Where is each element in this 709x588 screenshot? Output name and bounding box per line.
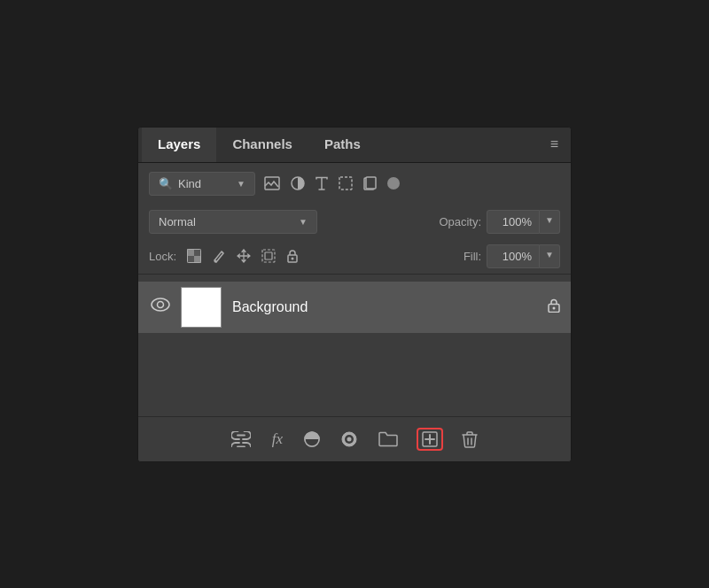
tab-bar: Layers Channels Paths ≡ bbox=[138, 128, 571, 163]
layer-thumbnail bbox=[181, 287, 222, 328]
adjustment-button[interactable] bbox=[339, 429, 360, 450]
layer-lock-icon bbox=[548, 298, 560, 317]
svg-point-21 bbox=[305, 432, 319, 446]
fx-label: fx bbox=[272, 430, 283, 448]
svg-point-14 bbox=[292, 258, 294, 260]
lock-icons bbox=[187, 249, 299, 263]
kind-label: Kind bbox=[178, 177, 201, 190]
lock-all-icon[interactable] bbox=[286, 249, 299, 263]
opacity-input[interactable] bbox=[487, 210, 540, 234]
opacity-label: Opacity: bbox=[439, 215, 481, 228]
search-icon: 🔍 bbox=[159, 177, 173, 190]
fill-label: Fill: bbox=[464, 250, 481, 263]
fill-section: Fill: ▼ bbox=[464, 244, 560, 268]
svg-rect-8 bbox=[194, 256, 201, 263]
svg-rect-5 bbox=[187, 249, 194, 256]
kind-dropdown-arrow: ▼ bbox=[237, 179, 245, 189]
filter-type-icon[interactable] bbox=[316, 176, 328, 190]
svg-point-10 bbox=[214, 260, 217, 263]
svg-point-15 bbox=[152, 298, 169, 311]
lock-transparent-icon[interactable] bbox=[187, 249, 201, 263]
layer-visibility-icon[interactable] bbox=[151, 298, 170, 316]
lock-paint-icon[interactable] bbox=[212, 249, 226, 263]
link-layers-button[interactable] bbox=[229, 429, 253, 450]
filter-adjustment-icon[interactable] bbox=[291, 176, 305, 190]
svg-rect-2 bbox=[339, 177, 352, 190]
opacity-section: Opacity: ▼ bbox=[439, 210, 560, 234]
svg-rect-11 bbox=[262, 250, 275, 262]
new-layer-button[interactable] bbox=[417, 428, 443, 451]
svg-rect-6 bbox=[194, 249, 201, 256]
new-fill-button[interactable] bbox=[301, 429, 323, 450]
filter-shape-icon[interactable] bbox=[339, 176, 353, 190]
layers-panel: Layers Channels Paths ≡ 🔍 Kind ▼ bbox=[137, 127, 572, 462]
panel-menu-icon[interactable]: ≡ bbox=[541, 129, 567, 159]
lock-label: Lock: bbox=[149, 250, 176, 263]
lock-artboard-icon[interactable] bbox=[261, 249, 276, 263]
svg-rect-12 bbox=[265, 252, 272, 259]
filter-circle-icon[interactable] bbox=[387, 177, 400, 190]
filter-row: 🔍 Kind ▼ bbox=[138, 163, 571, 205]
svg-rect-7 bbox=[187, 256, 194, 263]
filter-image-icon[interactable] bbox=[264, 176, 280, 190]
filter-smart-icon[interactable] bbox=[363, 176, 377, 190]
new-group-button[interactable] bbox=[376, 429, 401, 450]
bottom-toolbar: fx bbox=[138, 416, 571, 461]
lock-row: Lock: bbox=[138, 239, 571, 274]
blend-mode-dropdown[interactable]: Normal ▼ bbox=[149, 210, 317, 234]
svg-point-16 bbox=[158, 302, 164, 308]
svg-rect-4 bbox=[366, 177, 376, 189]
svg-point-18 bbox=[553, 306, 556, 309]
blend-row: Normal ▼ Opacity: ▼ bbox=[138, 205, 571, 239]
blend-mode-label: Normal bbox=[159, 215, 196, 228]
fx-button[interactable]: fx bbox=[269, 428, 285, 451]
tab-channels[interactable]: Channels bbox=[216, 128, 308, 162]
tab-paths[interactable]: Paths bbox=[308, 128, 377, 162]
delete-layer-button[interactable] bbox=[459, 428, 480, 451]
lock-move-icon[interactable] bbox=[237, 249, 251, 263]
layer-row[interactable]: Background bbox=[138, 282, 571, 333]
svg-point-24 bbox=[347, 437, 352, 441]
fill-input[interactable] bbox=[487, 244, 540, 268]
opacity-dropdown-arrow[interactable]: ▼ bbox=[540, 210, 560, 234]
blend-dropdown-arrow: ▼ bbox=[299, 217, 308, 227]
layers-list: Background bbox=[138, 275, 571, 416]
fill-dropdown-arrow[interactable]: ▼ bbox=[540, 244, 560, 268]
filter-icons bbox=[264, 176, 400, 190]
tab-layers[interactable]: Layers bbox=[142, 128, 216, 162]
kind-dropdown[interactable]: 🔍 Kind ▼ bbox=[149, 172, 255, 196]
layer-name: Background bbox=[232, 299, 537, 315]
